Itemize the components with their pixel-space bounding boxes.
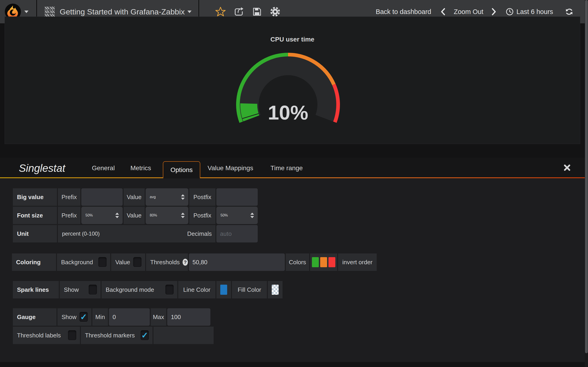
colors-swatch-cell bbox=[310, 253, 337, 271]
value-stat-select[interactable]: avg bbox=[146, 188, 188, 206]
select-spinner-icon bbox=[115, 213, 119, 218]
time-range-picker[interactable]: Last 6 hours bbox=[516, 8, 553, 16]
threshold-color-red-swatch[interactable] bbox=[329, 257, 335, 267]
sparkline-show-label: Show bbox=[64, 286, 79, 293]
threshold-color-green-swatch[interactable] bbox=[312, 257, 319, 267]
fill-color-swatch[interactable] bbox=[272, 285, 279, 295]
tab-options[interactable]: Options bbox=[163, 161, 200, 178]
postfix-input[interactable] bbox=[216, 188, 258, 206]
scrollbar-track[interactable] bbox=[585, 0, 588, 367]
dashboard-actions bbox=[208, 6, 280, 17]
gauge-options-block: Gauge Show Min Max Threshold labels Thre… bbox=[13, 308, 214, 345]
panel-title[interactable]: CPU user time bbox=[5, 36, 580, 43]
font-postfix-label: Postfix bbox=[189, 207, 216, 224]
tab-general[interactable]: General bbox=[86, 165, 120, 172]
dashboard-title: Getting Started with Grafana-Zabbix bbox=[60, 7, 185, 16]
background-mode-label: Background mode bbox=[106, 286, 154, 293]
font-prefix-label: Prefix bbox=[58, 207, 80, 224]
select-spinner-icon bbox=[181, 213, 185, 218]
coloring-background-cell: Background bbox=[57, 253, 110, 271]
min-label: Min bbox=[92, 308, 108, 326]
gauge-row: Gauge Show Min Max bbox=[13, 308, 214, 326]
font-value-label: Value bbox=[124, 207, 145, 224]
value-label: Value bbox=[124, 188, 145, 206]
back-to-dashboard-link[interactable]: Back to dashboard bbox=[376, 8, 431, 16]
dashboard-picker[interactable]: Getting Started with Grafana-Zabbix bbox=[45, 7, 191, 17]
threshold-color-orange-swatch[interactable] bbox=[320, 257, 327, 267]
sparkline-show-checkbox[interactable] bbox=[89, 285, 97, 295]
gauge-show-checkbox[interactable] bbox=[79, 312, 88, 322]
postfix-label: Postfix bbox=[189, 188, 216, 206]
threshold-labels-checkbox[interactable] bbox=[68, 330, 76, 340]
value-size-select[interactable]: 80% bbox=[146, 207, 188, 224]
decimals-input[interactable] bbox=[216, 225, 258, 242]
star-icon[interactable] bbox=[215, 6, 226, 17]
background-checkbox[interactable] bbox=[98, 257, 107, 267]
max-label: Max bbox=[151, 308, 166, 326]
colors-label: Colors bbox=[286, 253, 309, 271]
spark-lines-block: Spark lines Show Background mode Line Co… bbox=[13, 281, 283, 299]
postfix-size-select[interactable]: 50% bbox=[216, 207, 258, 224]
decimals-label: Decimals bbox=[187, 230, 212, 237]
empty-cell bbox=[153, 327, 214, 344]
invert-order-button[interactable]: invert order bbox=[338, 253, 377, 271]
threshold-labels-cell: Threshold labels bbox=[13, 327, 80, 344]
line-color-cell bbox=[216, 281, 231, 298]
close-editor-icon[interactable] bbox=[563, 164, 571, 172]
refresh-icon[interactable] bbox=[565, 8, 573, 16]
line-color-swatch[interactable] bbox=[220, 285, 227, 295]
font-size-row: Font size Prefix 50% Value 80% Postfix 5… bbox=[13, 207, 258, 224]
big-value-row: Big value Prefix Value avg Postfix bbox=[13, 188, 258, 206]
threshold-labels-label: Threshold labels bbox=[17, 332, 61, 339]
max-input[interactable] bbox=[167, 308, 210, 326]
unit-cell: percent (0-100) Decimals bbox=[58, 225, 216, 242]
prefix-input[interactable] bbox=[81, 188, 123, 206]
settings-gear-icon[interactable] bbox=[270, 6, 280, 17]
value-checkbox[interactable] bbox=[133, 257, 141, 267]
unit-picker[interactable]: percent (0-100) bbox=[62, 231, 100, 237]
thresholds-help-icon[interactable]: ? bbox=[183, 259, 188, 266]
prefix-label: Prefix bbox=[58, 188, 80, 206]
threshold-markers-checkbox[interactable] bbox=[141, 330, 149, 340]
tab-underline bbox=[0, 177, 585, 178]
coloring-block: Coloring Background Value Thresholds ? C… bbox=[12, 253, 377, 272]
value-stat-selected: avg bbox=[150, 195, 156, 199]
select-spinner-icon bbox=[181, 194, 185, 200]
fill-color-cell bbox=[268, 281, 283, 298]
thresholds-cell: Thresholds ? bbox=[146, 253, 188, 271]
value-size-selected: 80% bbox=[150, 213, 157, 217]
chevron-right-icon[interactable] bbox=[491, 8, 497, 16]
chevron-left-icon[interactable] bbox=[440, 8, 446, 16]
prefix-size-selected: 50% bbox=[86, 213, 93, 217]
panel-editor-header: Singlestat General Metrics Value Mapping… bbox=[0, 158, 585, 178]
logo-dropdown-caret bbox=[24, 10, 28, 13]
dashboard-grid-icon bbox=[45, 7, 55, 17]
thresholds-input[interactable] bbox=[189, 253, 285, 271]
threshold-toggles-row: Threshold labels Threshold markers bbox=[13, 327, 214, 344]
min-input[interactable] bbox=[109, 308, 150, 326]
spark-lines-row: Spark lines Show Background mode Line Co… bbox=[13, 281, 283, 298]
background-label: Background bbox=[61, 259, 93, 266]
tab-value-mappings[interactable]: Value Mappings bbox=[202, 165, 259, 172]
unit-row: Unit percent (0-100) Decimals bbox=[13, 225, 258, 242]
coloring-row: Coloring Background Value Thresholds ? C… bbox=[12, 253, 377, 271]
tab-time-range[interactable]: Time range bbox=[265, 165, 309, 172]
zoom-out-button[interactable]: Zoom Out bbox=[454, 8, 483, 16]
options-tab-content: Big value Prefix Value avg Postfix Font … bbox=[0, 178, 585, 362]
navbar-right: Back to dashboard Zoom Out Last 6 hours bbox=[376, 8, 573, 16]
big-value-label: Big value bbox=[13, 188, 57, 206]
background-mode-checkbox[interactable] bbox=[165, 285, 174, 295]
tab-metrics[interactable]: Metrics bbox=[125, 165, 157, 172]
coloring-value-cell: Value bbox=[111, 253, 145, 271]
scrollbar-thumb[interactable] bbox=[585, 0, 588, 353]
background-mode-cell: Background mode bbox=[102, 281, 177, 298]
unit-label: Unit bbox=[13, 225, 57, 242]
save-icon[interactable] bbox=[252, 7, 262, 17]
select-spinner-icon bbox=[250, 213, 254, 218]
prefix-size-select[interactable]: 50% bbox=[81, 207, 123, 224]
threshold-markers-cell: Threshold markers bbox=[81, 327, 153, 344]
title-dropdown-caret bbox=[187, 10, 191, 13]
gauge-show-label: Show bbox=[61, 314, 77, 321]
thresholds-label: Thresholds bbox=[150, 259, 180, 266]
share-icon[interactable] bbox=[233, 6, 244, 17]
